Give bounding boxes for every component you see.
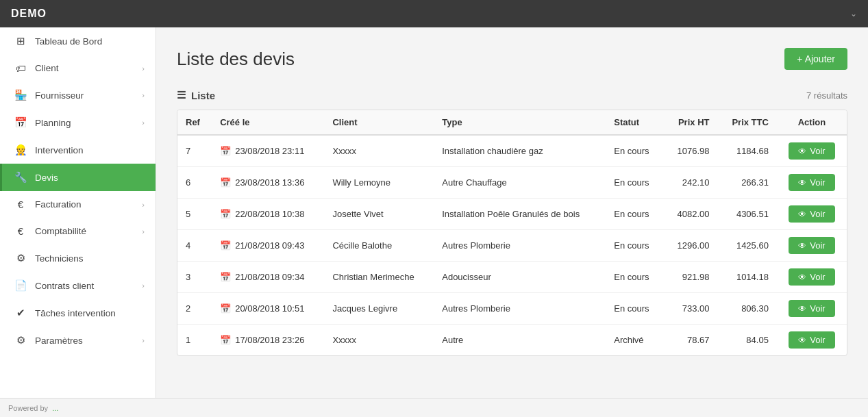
cell-type-3: Autres Plomberie bbox=[434, 230, 606, 262]
table-row: 1 📅 17/08/2018 23:26 Xxxxx Autre Archivé… bbox=[177, 325, 847, 356]
sidebar-icon-tableau-de-bord: ⊞ bbox=[13, 35, 28, 47]
section-header: ☰ Liste 7 résultats bbox=[177, 89, 847, 101]
cell-prix-ht-4: 921.98 bbox=[663, 262, 717, 293]
sidebar-label-taches-intervention: Tâches intervention bbox=[35, 308, 145, 318]
cell-ref-1: 6 bbox=[177, 167, 212, 199]
cell-type-5: Autres Plomberie bbox=[434, 293, 606, 325]
sidebar-item-techniciens[interactable]: ⚙ Techniciens bbox=[0, 244, 156, 272]
devis-table: RefCréé leClientTypeStatutPrix HTPrix TT… bbox=[177, 110, 847, 355]
cell-action-2: 👁 Voir bbox=[777, 199, 847, 230]
topbar: DEMO ⌄ bbox=[0, 0, 868, 27]
col-type: Type bbox=[434, 110, 606, 135]
calendar-icon-1: 📅 bbox=[220, 177, 231, 188]
sidebar-label-intervention: Intervention bbox=[35, 145, 145, 155]
sidebar-label-comptabilite: Comptabilité bbox=[35, 226, 142, 236]
main-content: Liste des devis + Ajouter ☰ Liste 7 résu… bbox=[156, 27, 868, 398]
cell-action-5: 👁 Voir bbox=[777, 293, 847, 325]
voir-button-3[interactable]: 👁 Voir bbox=[789, 237, 834, 254]
sidebar-chevron-planning: › bbox=[142, 118, 145, 127]
sidebar-icon-techniciens: ⚙ bbox=[13, 252, 28, 264]
calendar-icon-6: 📅 bbox=[220, 335, 231, 345]
sidebar-item-parametres[interactable]: ⚙ Paramètres › bbox=[0, 327, 156, 354]
cell-client-3: Cécille Balothe bbox=[324, 230, 434, 262]
table-row: 6 📅 23/08/2018 13:36 Willy Lemoyne Autre… bbox=[177, 167, 847, 199]
cell-action-1: 👁 Voir bbox=[777, 167, 847, 199]
cell-action-6: 👁 Voir bbox=[777, 325, 847, 356]
col-prix_ttc: Prix TTC bbox=[717, 110, 776, 135]
sidebar-item-client[interactable]: 🏷 Client › bbox=[0, 55, 156, 81]
devis-table-wrapper: RefCréé leClientTypeStatutPrix HTPrix TT… bbox=[177, 110, 847, 356]
cell-prix-ttc-1: 266.31 bbox=[717, 167, 776, 199]
calendar-icon-0: 📅 bbox=[220, 146, 231, 156]
voir-button-1[interactable]: 👁 Voir bbox=[789, 174, 834, 191]
cell-client-2: Josette Vivet bbox=[324, 199, 434, 230]
cell-client-1: Willy Lemoyne bbox=[324, 167, 434, 199]
cell-prix-ht-5: 733.00 bbox=[663, 293, 717, 325]
sidebar: ⊞ Tableau de Bord 🏷 Client › 🏪 Fournisse… bbox=[0, 27, 156, 398]
cell-prix-ttc-2: 4306.51 bbox=[717, 199, 776, 230]
cell-created-2: 📅 22/08/2018 10:38 bbox=[212, 199, 324, 230]
sidebar-item-comptabilite[interactable]: € Comptabilité › bbox=[0, 218, 156, 244]
sidebar-item-planning[interactable]: 📅 Planning › bbox=[0, 109, 156, 136]
cell-type-4: Adoucisseur bbox=[434, 262, 606, 293]
voir-button-5[interactable]: 👁 Voir bbox=[789, 300, 834, 317]
sidebar-label-fournisseur: Fournisseur bbox=[35, 90, 142, 101]
sidebar-chevron-client: › bbox=[142, 64, 145, 73]
list-icon: ☰ bbox=[177, 89, 186, 101]
voir-button-0[interactable]: 👁 Voir bbox=[789, 142, 834, 160]
sidebar-label-tableau-de-bord: Tableau de Bord bbox=[35, 36, 145, 47]
sidebar-item-facturation[interactable]: € Facturation › bbox=[0, 191, 156, 218]
table-body: 7 📅 23/08/2018 23:11 Xxxxx Installation … bbox=[177, 135, 847, 355]
cell-statut-3: En cours bbox=[606, 230, 663, 262]
cell-created-3: 📅 21/08/2018 09:43 bbox=[212, 230, 324, 262]
section-title: ☰ Liste bbox=[177, 89, 215, 101]
sidebar-icon-planning: 📅 bbox=[13, 116, 28, 129]
table-row: 7 📅 23/08/2018 23:11 Xxxxx Installation … bbox=[177, 135, 847, 167]
sidebar-chevron-parametres: › bbox=[142, 336, 145, 344]
calendar-icon-4: 📅 bbox=[220, 272, 231, 282]
cell-client-4: Christian Merimeche bbox=[324, 262, 434, 293]
sidebar-item-taches-intervention[interactable]: ✔ Tâches intervention bbox=[0, 299, 156, 327]
sidebar-icon-contrats-client: 📄 bbox=[13, 279, 28, 292]
cell-prix-ht-0: 1076.98 bbox=[663, 135, 717, 167]
cell-prix-ttc-0: 1184.68 bbox=[717, 135, 776, 167]
table-row: 4 📅 21/08/2018 09:43 Cécille Balothe Aut… bbox=[177, 230, 847, 262]
voir-button-2[interactable]: 👁 Voir bbox=[789, 205, 834, 223]
topbar-chevron-icon: ⌄ bbox=[850, 9, 857, 18]
sidebar-chevron-fournisseur: › bbox=[142, 91, 145, 99]
cell-statut-4: En cours bbox=[606, 262, 663, 293]
cell-prix-ttc-3: 1425.60 bbox=[717, 230, 776, 262]
cell-statut-6: Archivé bbox=[606, 325, 663, 356]
cell-type-1: Autre Chauffage bbox=[434, 167, 606, 199]
voir-button-4[interactable]: 👁 Voir bbox=[789, 268, 834, 286]
add-button[interactable]: + Ajouter bbox=[784, 48, 847, 70]
eye-icon-5: 👁 bbox=[798, 304, 806, 314]
cell-ref-0: 7 bbox=[177, 135, 212, 167]
eye-icon-6: 👁 bbox=[798, 336, 806, 345]
sidebar-item-contrats-client[interactable]: 📄 Contrats client › bbox=[0, 272, 156, 299]
sidebar-item-tableau-de-bord[interactable]: ⊞ Tableau de Bord bbox=[0, 27, 156, 55]
sidebar-label-contrats-client: Contrats client bbox=[35, 281, 142, 291]
sidebar-label-parametres: Paramètres bbox=[35, 336, 142, 346]
cell-created-5: 📅 20/08/2018 10:51 bbox=[212, 293, 324, 325]
cell-ref-6: 1 bbox=[177, 325, 212, 356]
bottombar-link[interactable]: ... bbox=[52, 404, 58, 412]
sidebar-item-intervention[interactable]: 👷 Intervention bbox=[0, 136, 156, 164]
sidebar-item-fournisseur[interactable]: 🏪 Fournisseur › bbox=[0, 81, 156, 109]
col-created: Créé le bbox=[212, 110, 324, 135]
cell-prix-ttc-4: 1014.18 bbox=[717, 262, 776, 293]
cell-action-3: 👁 Voir bbox=[777, 230, 847, 262]
cell-statut-1: En cours bbox=[606, 167, 663, 199]
calendar-icon-5: 📅 bbox=[220, 303, 231, 314]
voir-button-6[interactable]: 👁 Voir bbox=[789, 331, 834, 349]
sidebar-item-devis[interactable]: 🔧 Devis bbox=[0, 164, 156, 191]
cell-prix-ttc-6: 84.05 bbox=[717, 325, 776, 356]
sidebar-label-techniciens: Techniciens bbox=[35, 253, 145, 264]
page-header: Liste des devis + Ajouter bbox=[177, 48, 847, 70]
cell-prix-ht-3: 1296.00 bbox=[663, 230, 717, 262]
eye-icon-4: 👁 bbox=[798, 273, 806, 282]
eye-icon-3: 👁 bbox=[798, 241, 806, 251]
sidebar-icon-client: 🏷 bbox=[13, 62, 28, 74]
cell-client-5: Jacques Legivre bbox=[324, 293, 434, 325]
calendar-icon-3: 📅 bbox=[220, 240, 231, 251]
